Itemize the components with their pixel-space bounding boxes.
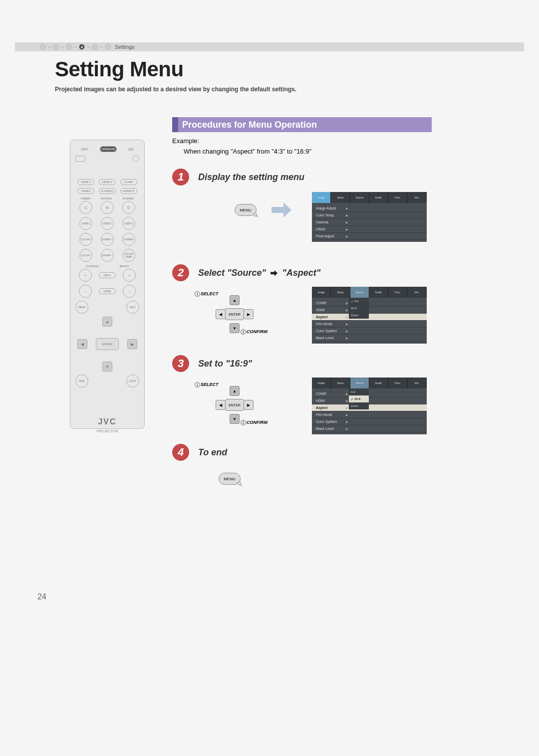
enter-button[interactable]: ENTER [96, 338, 119, 350]
osd3-tab-source[interactable]: Source [350, 378, 369, 388]
osd3-opt-zoom[interactable]: Zoom [349, 402, 369, 409]
power-button[interactable] [132, 155, 139, 162]
crumb-dot-5 [92, 44, 98, 50]
osd2-row-filmmode[interactable]: Film Mode▶ [312, 321, 427, 328]
menu-button[interactable]: MENU [75, 301, 88, 314]
osd2-row-comp[interactable]: COMP.▶ [312, 300, 427, 307]
sharp-minus-button[interactable]: SHARP − [101, 249, 114, 262]
osd2-tab-image[interactable]: Image [312, 287, 331, 298]
standby-button[interactable] [75, 156, 85, 162]
osd2-row-colorsystem[interactable]: Color System▶ [312, 328, 427, 335]
osd2-row-blacklevel[interactable]: Black Level▶ [312, 335, 427, 342]
osd-row-pixel-adjust[interactable]: Pixel Adjust▶ [312, 233, 427, 240]
sharp-plus-button[interactable]: SHARP + [101, 233, 114, 246]
step-1-row: MENU ☟ [205, 202, 291, 217]
osd-row-offset[interactable]: Offset▶ [312, 226, 427, 233]
dpad-up-button[interactable]: ▲ [102, 317, 112, 327]
osd3-tab-install[interactable]: Install. [369, 378, 388, 388]
osd2-opt-16-9[interactable]: 16:9 [349, 305, 369, 312]
info-button[interactable]: INFO [99, 272, 116, 278]
dpad-down-button[interactable]: ▼ [102, 362, 112, 372]
osd-tab-setup[interactable]: Setup [331, 192, 350, 203]
osd-tab-image[interactable]: Image [312, 192, 331, 203]
osd3-row-colorsystem[interactable]: Color System▶ [312, 418, 427, 425]
osd3-row-hdmi[interactable]: HDMI▶ [312, 397, 427, 404]
step-3-title: Set to "16:9" [198, 359, 252, 369]
crumb-dot-1 [40, 44, 46, 50]
step-2-number: 2 [172, 264, 189, 281]
user2-button[interactable]: USER 2 [101, 217, 114, 230]
hdmi1-button[interactable]: HDMI 1 [77, 179, 94, 185]
osd2-opt-zoom[interactable]: Zoom [349, 312, 369, 319]
dpad-up-icon: ▲ [230, 295, 240, 305]
natural-button[interactable]: N [101, 201, 114, 214]
breadcrumb-dots: 4 [40, 44, 111, 50]
osd-tab-info[interactable]: Info. [408, 192, 427, 203]
bright-plus-button[interactable]: + [123, 269, 136, 282]
color-plus-button[interactable]: COLOR + [79, 233, 92, 246]
bright-minus-button[interactable]: − [123, 285, 136, 298]
dynamic-button[interactable]: D [122, 201, 135, 214]
comp-button[interactable]: COMP. [120, 179, 137, 185]
dpad-left-button[interactable]: ◀ [77, 339, 87, 349]
osd2-tab-func[interactable]: Func. [388, 287, 407, 298]
osd3-tab-setup[interactable]: Setup [331, 378, 350, 388]
osd-tab-source[interactable]: Source [350, 192, 369, 203]
test-button[interactable]: TEST [75, 375, 88, 387]
osd-row-image-adjust[interactable]: Image Adjust▶ [312, 205, 427, 212]
osd2-tab-setup[interactable]: Setup [331, 287, 350, 298]
hdmi2-button[interactable]: HDMI 2 [99, 179, 116, 185]
svideo-button[interactable]: S-VIDEO [99, 188, 116, 194]
osd2-row-hdmi[interactable]: HDMI▶ [312, 307, 427, 314]
dpad-down-icon: ▼ [230, 323, 240, 333]
step-2-diagram: 1 SELECT ▲ ▼ ◀ ▶ ENTER 2 CONFIRM [195, 289, 274, 339]
osd-tab-func[interactable]: Func. [388, 192, 407, 203]
osd-row-color-temp[interactable]: Color Temp.▶ [312, 212, 427, 219]
dpad-left-icon: ◀ [216, 309, 226, 319]
hide-button[interactable]: HIDE [99, 288, 116, 294]
callout-1b-icon: 1 [195, 382, 200, 387]
cinema-button[interactable]: C [79, 201, 92, 214]
osd3-row-aspect[interactable]: Aspect▶ [312, 404, 427, 411]
user3-button[interactable]: USER 3 [122, 217, 135, 230]
osd3-tab-func[interactable]: Func. [388, 378, 407, 388]
osd2-tab-install[interactable]: Install. [369, 287, 388, 298]
user1-button[interactable]: USER 1 [79, 217, 92, 230]
contrast-plus-button[interactable]: + [79, 269, 92, 282]
dpad-right-icon: ▶ [244, 309, 254, 319]
osd-tab-install[interactable]: Install. [369, 192, 388, 203]
dpad-right-button[interactable]: ▶ [127, 339, 137, 349]
light-button[interactable]: LIGHT [126, 375, 139, 387]
osd3-tab-info[interactable]: Info. [408, 378, 427, 388]
crumb-dot-6 [105, 44, 111, 50]
step-1: 1 Display the setting menu [172, 169, 304, 186]
osd3-opt-4-3[interactable]: 4:3 [349, 388, 369, 395]
osd3-row-filmmode[interactable]: Film Mode▶ [312, 411, 427, 418]
breadcrumb-label: Settings [115, 44, 135, 50]
colortemp-button[interactable]: COLOR TEMP [122, 249, 135, 262]
exit-button[interactable]: EXIT [126, 301, 139, 314]
osd2-opt-4-3[interactable]: 4:3 [349, 298, 369, 305]
operate-button[interactable]: OPERATE [100, 146, 117, 152]
brand-sub: PROJECTOR [75, 429, 139, 433]
bright-label: BRIGHT [120, 265, 129, 268]
aspect-button[interactable]: ASPECT [120, 188, 137, 194]
osd2-tab-source[interactable]: Source [350, 287, 369, 298]
step-3-number: 3 [172, 355, 189, 372]
osd-row-gamma[interactable]: Gamma▶ [312, 219, 427, 226]
color-minus-button[interactable]: COLOR − [79, 249, 92, 262]
osd3-opt-16-9[interactable]: 16:9 [349, 395, 369, 402]
dpad-up-icon-2: ▲ [230, 386, 240, 396]
osd3-row-comp[interactable]: COMP.▶ [312, 390, 427, 397]
osd2-tab-info[interactable]: Info. [408, 287, 427, 298]
contrast-minus-button[interactable]: − [79, 285, 92, 298]
osd2-row-aspect[interactable]: Aspect▶ [312, 314, 427, 321]
brand-logo: JVC [75, 417, 139, 426]
osd3-tab-image[interactable]: Image [312, 378, 331, 388]
osd3-row-blacklevel[interactable]: Black Level▶ [312, 425, 427, 432]
gamma-button[interactable]: GAMMA [122, 233, 135, 246]
video-button[interactable]: VIDEO [77, 188, 94, 194]
step-1-title: Display the setting menu [198, 172, 304, 183]
cinema-label: CINEMA [80, 197, 90, 200]
natural-label: NATURAL [101, 197, 112, 200]
